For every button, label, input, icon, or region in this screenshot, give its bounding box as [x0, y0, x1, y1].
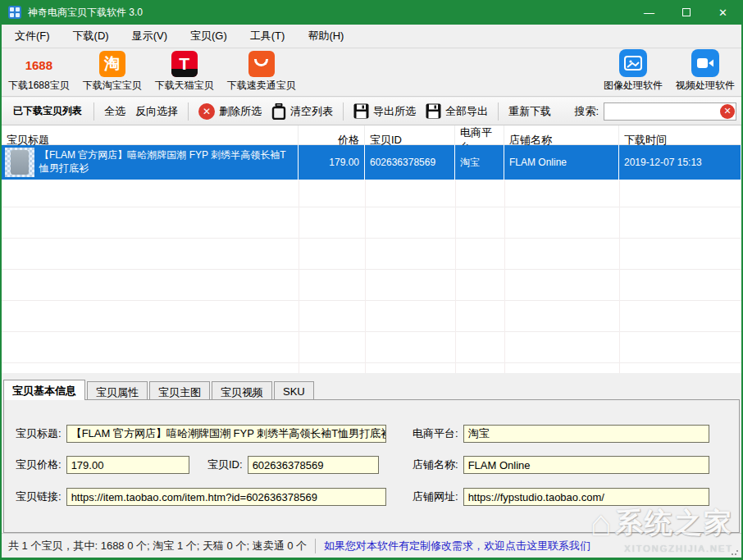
download-taobao-button[interactable]: 淘 下载淘宝宝贝	[76, 49, 148, 96]
menu-item-product[interactable]: 宝贝(G)	[182, 25, 235, 47]
row-title-cell: 【FLAM 官方网店】嘻哈潮牌国潮 FYP 刺绣半高领长袖T恤男打底衫	[2, 145, 299, 180]
tab-attributes[interactable]: 宝贝属性	[87, 381, 148, 400]
id-field[interactable]: 602636378569	[248, 456, 379, 474]
tmall-logo-icon: T	[171, 51, 198, 77]
row-price-cell: 179.00	[299, 145, 365, 180]
trash-icon	[271, 103, 286, 120]
row-platform-cell: 淘宝	[455, 145, 504, 180]
title-field[interactable]: 【FLAM 官方网店】嘻哈潮牌国潮 FYP 刺绣半高领长袖T恤男打底衫	[66, 425, 386, 443]
search-input[interactable]	[604, 102, 736, 121]
export-all-button[interactable]: 全部导出	[421, 100, 493, 122]
window-title: 神奇电商宝贝下载软件 3.0	[28, 6, 143, 20]
image-software-label: 图像处理软件	[604, 79, 663, 93]
title-field-label: 宝贝标题:	[16, 426, 62, 441]
download-tmall-label: 下载天猫宝贝	[155, 79, 214, 93]
shop-name-field-label: 店铺名称:	[413, 458, 458, 472]
list-actionbar: 已下载宝贝列表 全选 反向选择 ✕ 删除所选 清空列表 导出所选 全部导出	[2, 98, 741, 125]
row-shop-cell: FLAM Online	[504, 145, 619, 180]
product-table: 宝贝标题 价格 宝贝ID 电商平台 店铺名称 下载时间 【FLAM 官方网店】嘻…	[2, 125, 741, 373]
basic-info-panel: 宝贝标题: 【FLAM 官方网店】嘻哈潮牌国潮 FYP 刺绣半高领长袖T恤男打底…	[3, 399, 740, 533]
contact-us-link[interactable]: 如果您对本软件有定制修改需求，欢迎点击这里联系我们	[324, 539, 590, 553]
minimize-button[interactable]: —	[631, 0, 668, 25]
id-field-label: 宝贝ID:	[207, 458, 243, 472]
export-selected-button[interactable]: 导出所选	[349, 100, 421, 122]
tab-basic-info[interactable]: 宝贝基本信息	[3, 380, 85, 400]
app-icon	[8, 6, 21, 19]
video-software-label: 视频处理软件	[676, 79, 735, 93]
taobao-logo-icon: 淘	[99, 51, 125, 77]
downloaded-list-label: 已下载宝贝列表	[7, 104, 89, 118]
menu-help[interactable]: 帮助(H)	[299, 25, 352, 47]
tab-main-images[interactable]: 宝贝主图	[149, 381, 210, 400]
search-label: 搜索:	[574, 104, 599, 119]
shop-name-field[interactable]: FLAM Online	[463, 456, 709, 474]
separator	[315, 539, 316, 553]
menu-view[interactable]: 显示(V)	[124, 25, 175, 47]
product-thumbnail	[5, 148, 34, 177]
select-all-button[interactable]: 全选	[99, 101, 130, 122]
download-1688-label: 下载1688宝贝	[8, 79, 70, 93]
tab-sku[interactable]: SKU	[274, 381, 314, 400]
search-clear-icon[interactable]: ✕	[720, 104, 735, 119]
link-field-label: 宝贝链接:	[16, 489, 62, 504]
separator	[93, 102, 94, 121]
image-software-icon	[619, 49, 647, 77]
clear-list-button[interactable]: 清空列表	[267, 100, 338, 123]
floppy-disk-icon	[353, 103, 369, 119]
statusbar: 共 1 个宝贝，其中: 1688 0 个; 淘宝 1 个; 天猫 0 个; 速卖…	[2, 533, 741, 558]
download-aliexpress-button[interactable]: 下载速卖通宝贝	[221, 49, 303, 96]
maximize-icon	[682, 8, 691, 16]
resize-grip[interactable]	[731, 548, 739, 556]
tab-video[interactable]: 宝贝视频	[212, 381, 272, 400]
floppy-disk-icon	[426, 103, 441, 119]
delete-icon: ✕	[198, 103, 215, 120]
download-tmall-button[interactable]: T 下载天猫宝贝	[148, 49, 221, 96]
download-aliexpress-label: 下载速卖通宝贝	[227, 79, 296, 93]
row-id-cell: 602636378569	[365, 145, 455, 180]
maximize-button[interactable]	[668, 0, 704, 25]
video-software-icon	[691, 49, 719, 77]
menubar: 文件(F) 下载(D) 显示(V) 宝贝(G) 工具(T) 帮助(H)	[2, 25, 741, 48]
price-field-label: 宝贝价格:	[16, 458, 62, 472]
separator	[188, 102, 189, 121]
delete-selected-button[interactable]: ✕ 删除所选	[194, 100, 267, 123]
close-button[interactable]: ✕	[704, 0, 741, 25]
platform-field-label: 电商平台:	[413, 426, 458, 441]
detail-tabs: 宝贝基本信息 宝贝属性 宝贝主图 宝贝视频 SKU	[3, 380, 741, 400]
toolbar: 1688 下载1688宝贝 淘 下载淘宝宝贝 T 下载天猫宝贝 下载速卖通宝贝	[2, 49, 741, 97]
link-field[interactable]: https://item.taobao.com/item.htm?id=6026…	[66, 488, 386, 506]
menu-download[interactable]: 下载(D)	[65, 25, 117, 47]
separator	[498, 102, 499, 121]
aliexpress-logo-icon	[248, 51, 275, 77]
redownload-button[interactable]: 重新下载	[504, 101, 556, 122]
table-row[interactable]: 【FLAM 官方网店】嘻哈潮牌国潮 FYP 刺绣半高领长袖T恤男打底衫 179.…	[2, 145, 741, 180]
titlebar: 神奇电商宝贝下载软件 3.0 — ✕	[2, 0, 741, 25]
video-software-button[interactable]: 视频处理软件	[669, 49, 741, 96]
image-software-button[interactable]: 图像处理软件	[597, 49, 669, 96]
app-window: 神奇电商宝贝下载软件 3.0 — ✕ 文件(F) 下载(D) 显示(V) 宝贝(…	[0, 0, 743, 560]
separator	[343, 102, 344, 121]
price-field[interactable]: 179.00	[66, 456, 189, 474]
table-header: 宝贝标题 价格 宝贝ID 电商平台 店铺名称 下载时间	[2, 125, 741, 145]
shop-url-field-label: 店铺网址:	[413, 489, 458, 504]
menu-file[interactable]: 文件(F)	[7, 25, 58, 47]
invert-selection-button[interactable]: 反向选择	[130, 101, 183, 122]
shop-url-field[interactable]: https://fypstudio.taobao.com/	[463, 488, 709, 506]
download-1688-button[interactable]: 1688 下载1688宝贝	[2, 49, 76, 96]
1688-logo-icon: 1688	[25, 58, 52, 72]
download-taobao-label: 下载淘宝宝贝	[83, 79, 142, 93]
platform-field[interactable]: 淘宝	[463, 425, 709, 443]
row-time-cell: 2019-12-07 15:13	[619, 145, 741, 180]
item-count-summary: 共 1 个宝贝，其中: 1688 0 个; 淘宝 1 个; 天猫 0 个; 速卖…	[8, 539, 307, 553]
menu-tools[interactable]: 工具(T)	[242, 25, 294, 47]
